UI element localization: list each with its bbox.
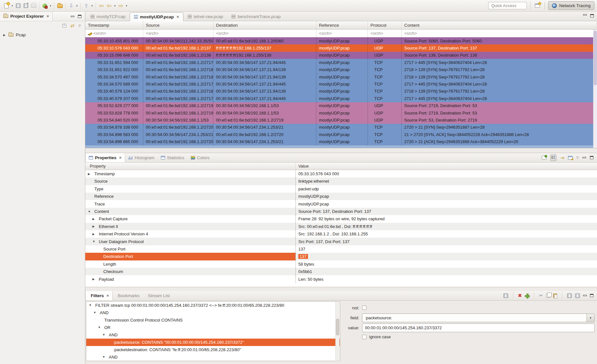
- filter-tree-node[interactable]: ▶:packetdestination: CONTAINS "fe:ff:20:…: [86, 346, 340, 353]
- tab-filters[interactable]: Filters: [85, 291, 113, 300]
- collapse-frames-icon[interactable]: ⇥: [560, 155, 564, 160]
- packet-row[interactable]: 05:33:10.576 043 00000:e0:ed:01:6e:bd/19…: [85, 44, 597, 51]
- filter-tree-node[interactable]: ▼AND: [86, 353, 340, 361]
- packet-row[interactable]: 05:33:54.896 665 00000:e0:ed:01:6e:bd/19…: [85, 138, 597, 145]
- expand-down-icon[interactable]: ▼: [98, 326, 104, 329]
- quick-access-input[interactable]: [488, 2, 527, 9]
- filter-value-input[interactable]: [362, 323, 595, 332]
- packet-row[interactable]: 05:33:34.570 497 00000:e0:ed:01:6e:bd/19…: [85, 73, 597, 80]
- filter-tree-node[interactable]: ▼FILTER stream tcp 00:00:01:00:00:00/145…: [86, 302, 340, 309]
- property-row[interactable]: ▶Sourcelinktype:ethernet: [85, 177, 597, 185]
- column-header-source[interactable]: Source: [143, 21, 213, 29]
- save-all-filters-icon[interactable]: [575, 293, 580, 298]
- column-header-content[interactable]: Content: [402, 21, 597, 29]
- property-row[interactable]: ▼ContentSource Port: 137, Destination Po…: [85, 208, 597, 215]
- property-row[interactable]: ▶PayloadLen: 50 bytes: [85, 275, 597, 283]
- expand-down-icon[interactable]: ▼: [92, 240, 99, 243]
- filter-cell-source[interactable]: <srch>: [143, 30, 213, 37]
- scrollbar-thumb[interactable]: [594, 31, 597, 85]
- tab-colors[interactable]: Colors: [188, 153, 213, 162]
- sash[interactable]: [85, 148, 597, 153]
- forward-button[interactable]: ⇨: [117, 2, 125, 10]
- property-row[interactable]: ▶Ethernet IISrc: 00:e0:ed:01:6e:bd , Dst…: [85, 223, 597, 230]
- new-wizard-button[interactable]: [3, 2, 10, 10]
- collapse-all-icon[interactable]: [62, 24, 66, 28]
- copy-icon[interactable]: [546, 294, 550, 298]
- sash[interactable]: [85, 287, 597, 291]
- tab-stream-list[interactable]: Stream List: [143, 291, 173, 300]
- maximize-view-icon[interactable]: [590, 156, 593, 159]
- cut-icon[interactable]: ✂: [539, 293, 543, 298]
- filter-tree-node[interactable]: ▼AND: [86, 309, 340, 316]
- column-header-protocol[interactable]: Protocol: [368, 21, 402, 29]
- property-row[interactable]: ▼User Datagram ProtocolSrc Port: 137, Ds…: [85, 238, 597, 245]
- packet-row[interactable]: 05:33:40.579 207 00000:e0:ed:01:6e:bd/19…: [85, 95, 597, 102]
- open-perspective-button[interactable]: [534, 2, 541, 10]
- packet-row[interactable]: 05:33:53.828 778 00000:e0:ed:01:6e:bd/19…: [85, 109, 597, 116]
- field-combo[interactable]: :packetsource:: [362, 314, 595, 322]
- view-menu-icon[interactable]: ▽: [79, 24, 81, 27]
- filter-tree-scrollbar[interactable]: [335, 302, 340, 360]
- property-row[interactable]: ▶Timestamp05:33:10.576 043 000: [85, 170, 597, 177]
- export-dropdown-caret-icon[interactable]: ▾: [90, 4, 94, 7]
- property-row[interactable]: ▶Source Port137: [85, 245, 597, 253]
- expand-right-icon[interactable]: ▶: [3, 33, 6, 37]
- export-table-icon[interactable]: [568, 156, 573, 159]
- pin-view-icon[interactable]: [542, 156, 546, 159]
- filter-tree-node[interactable]: ▶Transmission Control Protocol CONTAINS: [86, 316, 340, 324]
- packet-row[interactable]: 05:33:31.651 594 00000:e0:ed:01:6e:bd/19…: [85, 59, 597, 66]
- save-as-icon[interactable]: [567, 293, 572, 298]
- property-row[interactable]: ▶TracemostlyUDP.pcap: [85, 200, 597, 207]
- add-filter-icon[interactable]: [525, 294, 529, 298]
- property-row[interactable]: ▶ReferencemostlyUDP.pcap: [85, 193, 597, 200]
- expand-right-icon[interactable]: ▶: [92, 232, 99, 236]
- property-row[interactable]: ▶Checksum0x5bb1: [85, 268, 597, 275]
- tab-statistics[interactable]: Statistics: [158, 153, 188, 162]
- packet-row[interactable]: 05:33:40.579 124 00000:e0:ed:01:6e:bd/19…: [85, 88, 597, 95]
- new-dropdown-caret-icon[interactable]: ▾: [10, 4, 14, 7]
- maximize-view-icon[interactable]: [590, 294, 593, 297]
- filter-cell-content[interactable]: <srch>: [402, 30, 597, 37]
- export-button[interactable]: ⇧: [82, 2, 90, 10]
- minimize-view-icon[interactable]: [71, 16, 74, 17]
- property-row[interactable]: ▶Length58 bytes: [85, 260, 597, 268]
- maximize-view-icon[interactable]: [78, 15, 81, 18]
- close-icon[interactable]: [176, 15, 179, 19]
- packet-row[interactable]: 05:33:54.840 520 00000:30:54:00:34:56/19…: [85, 116, 597, 123]
- expand-down-icon[interactable]: ▼: [89, 304, 95, 307]
- packet-row[interactable]: 05:33:54.896 583 00000:30:54:00:34:56/14…: [85, 131, 597, 138]
- scrollbar-thumb[interactable]: [336, 319, 339, 335]
- filter-tree-node[interactable]: ▼OR: [86, 324, 340, 331]
- save-button[interactable]: [14, 2, 22, 10]
- expand-right-icon[interactable]: ▶: [92, 217, 99, 221]
- filter-tree-node[interactable]: ▼AND: [86, 331, 340, 339]
- close-icon[interactable]: [46, 14, 49, 18]
- expand-right-icon[interactable]: ▶: [92, 225, 99, 228]
- network-tracing-perspective-button[interactable]: Network Tracing: [548, 1, 594, 10]
- ignore-case-checkbox[interactable]: [362, 335, 367, 339]
- close-icon[interactable]: [106, 294, 109, 297]
- column-header-destination[interactable]: Destination: [213, 21, 316, 29]
- print-button[interactable]: [30, 2, 37, 10]
- expand-right-icon[interactable]: ▶: [88, 172, 94, 176]
- tab-project-explorer[interactable]: Project Explorer: [0, 12, 53, 21]
- expand-down-icon[interactable]: ▼: [102, 355, 109, 359]
- minimize-editor-icon[interactable]: [583, 14, 587, 15]
- packet-row[interactable]: 05:33:31.651 922 00000:e0:ed:01:6e:bd/19…: [85, 66, 597, 73]
- save-filter-icon[interactable]: [503, 293, 508, 298]
- import-dropdown-caret-icon[interactable]: ▾: [75, 4, 79, 7]
- filter-cell-destination[interactable]: <srch>: [213, 30, 316, 37]
- expand-down-icon[interactable]: ▼: [102, 333, 109, 336]
- maximize-editor-icon[interactable]: [590, 14, 594, 17]
- filter-cell-timestamp[interactable]: <srch>: [85, 30, 143, 37]
- delete-filter-icon[interactable]: ✖: [518, 293, 522, 298]
- property-row[interactable]: ▶Destination Port137: [85, 253, 597, 260]
- tab-histogram[interactable]: Histogram: [125, 153, 158, 162]
- close-icon[interactable]: [118, 156, 122, 159]
- property-row[interactable]: ▶Typepacket:udp: [85, 185, 597, 193]
- link-with-editor-icon[interactable]: ⇄: [70, 23, 75, 28]
- coverage-dropdown-caret-icon[interactable]: ▾: [49, 4, 52, 7]
- not-checkbox[interactable]: [362, 305, 367, 310]
- view-menu-icon[interactable]: ▽: [576, 156, 579, 159]
- paste-icon[interactable]: [553, 294, 557, 298]
